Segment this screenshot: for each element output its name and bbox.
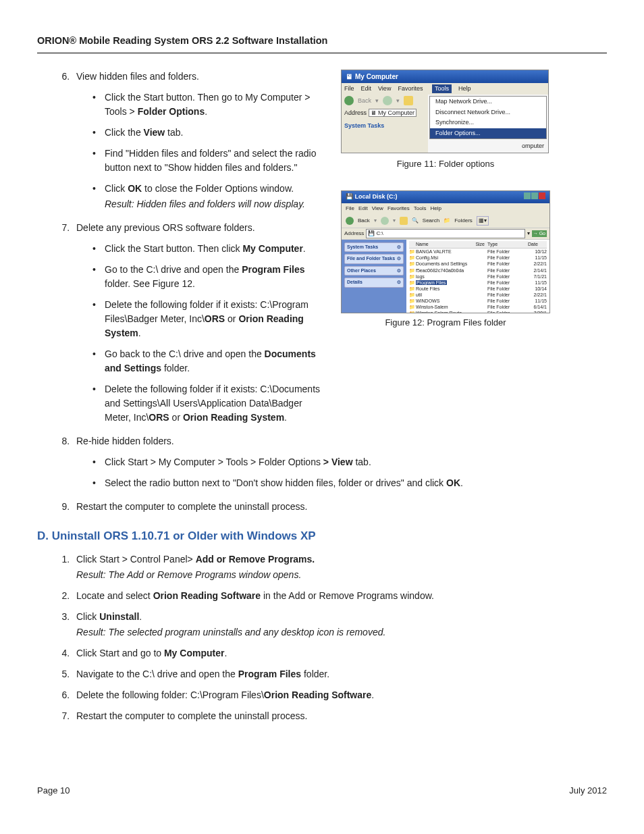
forward-icon[interactable] — [383, 96, 392, 105]
col-size[interactable]: Size — [468, 241, 485, 249]
step-8: Re-hide hidden folders. Click Start > My… — [72, 434, 607, 490]
col-name[interactable]: Name — [416, 241, 468, 249]
step-6-result: Result: Hidden files and folders will no… — [105, 197, 327, 211]
step-6-bullet-3: Find "Hidden files and folders" and sele… — [92, 147, 327, 175]
header-rule — [37, 53, 607, 53]
folders-icon[interactable]: 📁 — [444, 217, 450, 225]
menu-tools-active[interactable]: Tools — [432, 84, 452, 94]
page-number: Page 10 — [37, 784, 70, 798]
step-8-bullet-2: Select the radio button next to "Don't s… — [92, 476, 607, 490]
details-pane[interactable]: Details⊙ — [344, 278, 404, 288]
file-row[interactable]: 📁Documents and SettingsFile Folder2/22/1 — [409, 261, 547, 267]
file-row[interactable]: 📁Config.MsiFile Folder11/15 — [409, 255, 547, 261]
f12-menu-tools[interactable]: Tools — [414, 205, 427, 213]
d-step-5: Navigate to the C:\ drive and open the P… — [72, 667, 607, 681]
address-box[interactable]: 🖥 My Computer — [369, 109, 417, 117]
d-step-6: Delete the following folder: C:\Program … — [72, 688, 607, 702]
figure-11-title: My Computer — [355, 72, 398, 82]
step-9: Restart the computer to complete the uni… — [72, 500, 607, 514]
step-7-bullet-5: Delete the following folder if it exists… — [92, 382, 327, 425]
figure-12-titlebar: 💾 Local Disk (C:) — [342, 191, 549, 203]
step-7: Delete any previous ORS software folders… — [72, 221, 327, 425]
f12-menu-favorites[interactable]: Favorites — [387, 205, 410, 213]
up-icon[interactable] — [404, 96, 413, 105]
step-6-text: View hidden files and folders. — [76, 71, 199, 82]
step-8-sublist: Click Start > My Computer > Tools > Fold… — [76, 455, 607, 490]
dropdown-sync[interactable]: Synchronize... — [430, 118, 546, 128]
computer-label-cut: omputer — [428, 140, 548, 153]
d-step-1: Click Start > Control Panel> Add or Remo… — [72, 552, 607, 582]
menu-favorites[interactable]: Favorites — [398, 84, 423, 94]
f12-forward-icon[interactable] — [381, 217, 389, 225]
step-6-bullet-4: Click OK to close the Folder Options win… — [92, 182, 327, 211]
views-icon[interactable]: ▦▾ — [477, 216, 489, 226]
file-row[interactable]: 📁Program FilesFile Folder11/15 — [409, 280, 547, 286]
two-column-layout: View hidden files and folders. Click the… — [37, 70, 607, 434]
figure-12-caption: Figure 12: Program Files folder — [341, 316, 550, 330]
col-type[interactable]: Type — [485, 241, 528, 249]
file-row[interactable]: 📁Winston-Salem RouteFile Folder7/20/1 — [409, 310, 547, 313]
monitor-icon: 🖥 — [346, 72, 352, 82]
dropdown-map-drive[interactable]: Map Network Drive... — [430, 97, 546, 107]
back-icon[interactable] — [344, 96, 354, 105]
section-d-heading: D. Uninstall ORS 1.10.71 or Older with W… — [37, 527, 607, 545]
file-row[interactable]: 📁WINDOWSFile Folder11/15 — [409, 298, 547, 304]
menu-edit[interactable]: Edit — [361, 84, 372, 94]
d-step-2: Locate and select Orion Reading Software… — [72, 589, 607, 603]
system-tasks[interactable]: System Tasks — [344, 122, 425, 131]
step-6-bullet-1: Click the Start button. Then go to My Co… — [92, 90, 327, 119]
f12-menu-edit[interactable]: Edit — [358, 205, 368, 213]
f12-up-icon[interactable] — [400, 217, 408, 225]
file-row[interactable]: 📁Winston-SalemFile Folder6/14/1 — [409, 304, 547, 310]
f12-menu-help[interactable]: Help — [430, 205, 441, 213]
search-icon[interactable]: 🔍 — [412, 217, 419, 225]
window-buttons[interactable] — [524, 192, 545, 202]
step-7-bullet-2: Go to the C:\ drive and open the Program… — [92, 263, 327, 291]
file-folder-tasks-pane[interactable]: File and Folder Tasks⊙ — [344, 254, 404, 264]
file-row[interactable]: 📁f5eac0682c740a0b0daFile Folder2/14/1 — [409, 267, 547, 273]
go-button[interactable]: → Go — [532, 230, 547, 238]
step-6-bullet-2: Click the View tab. — [92, 126, 327, 140]
f12-address-label: Address — [344, 230, 364, 238]
step-7-bullet-3: Delete the following folder if it exists… — [92, 298, 327, 340]
f12-menu-file[interactable]: File — [346, 205, 354, 213]
step-7-text: Delete any previous ORS software folders… — [76, 222, 255, 233]
file-row[interactable]: 📁Route FilesFile Folder10/14 — [409, 286, 547, 292]
file-row[interactable]: 📁BANGA VALRTEFile Folder10/12 — [409, 249, 547, 255]
dropdown-disconnect[interactable]: Disconnect Network Drive... — [430, 107, 546, 118]
drive-icon: 💾 — [346, 193, 353, 200]
step-9-text: Restart the computer to complete the uni… — [76, 501, 307, 512]
step-8-bullet-1: Click Start > My Computer > Tools > Fold… — [92, 455, 607, 469]
menu-view[interactable]: View — [378, 84, 391, 94]
step-6: View hidden files and folders. Click the… — [72, 70, 327, 211]
right-column: 🖥 My Computer File Edit View Favorites B… — [341, 70, 550, 434]
d-step-4: Click Start and go to My Computer. — [72, 646, 607, 660]
d-step-7: Restart the computer to complete the uni… — [72, 709, 607, 723]
steps-list-cont: Re-hide hidden folders. Click Start > My… — [37, 434, 607, 514]
f12-back-icon[interactable] — [346, 217, 354, 225]
system-tasks-pane[interactable]: System Tasks⊙ — [344, 242, 404, 253]
step-7-bullet-1: Click the Start button. Then click My Co… — [92, 242, 327, 256]
address-label: Address — [344, 109, 367, 116]
footer-date: July 2012 — [569, 784, 607, 798]
f12-file-list: Name Size Type Date 📁BANGA VALRTEFile Fo… — [406, 240, 549, 314]
f12-menu-view[interactable]: View — [372, 205, 383, 213]
f12-back-label: Back — [358, 217, 370, 225]
file-row[interactable]: 📁logsFile Folder7/1/21 — [409, 273, 547, 280]
step-7-bullet-4: Go back to the C:\ drive and open the Do… — [92, 347, 327, 375]
f12-address-input[interactable]: 💾 C:\ — [366, 229, 525, 238]
back-label: Back — [358, 97, 371, 106]
d-step-1-result: Result: The Add or Remove Programs windo… — [76, 568, 607, 582]
step-7-sublist: Click the Start button. Then click My Co… — [76, 242, 327, 425]
menu-help[interactable]: Help — [458, 84, 471, 94]
f12-sidebar: System Tasks⊙ File and Folder Tasks⊙ Oth… — [342, 240, 406, 314]
other-places-pane[interactable]: Other Places⊙ — [344, 266, 404, 276]
figure-11-window: 🖥 My Computer File Edit View Favorites B… — [341, 70, 549, 153]
figure-12-window: 💾 Local Disk (C:) File Edit View Favorit… — [341, 190, 550, 313]
dropdown-folder-options[interactable]: Folder Options... — [430, 128, 546, 139]
file-row[interactable]: 📁utilFile Folder2/22/1 — [409, 292, 547, 298]
steps-list: View hidden files and folders. Click the… — [37, 70, 327, 425]
left-column: View hidden files and folders. Click the… — [37, 70, 327, 434]
col-date[interactable]: Date — [528, 241, 547, 249]
menu-file[interactable]: File — [344, 84, 354, 94]
